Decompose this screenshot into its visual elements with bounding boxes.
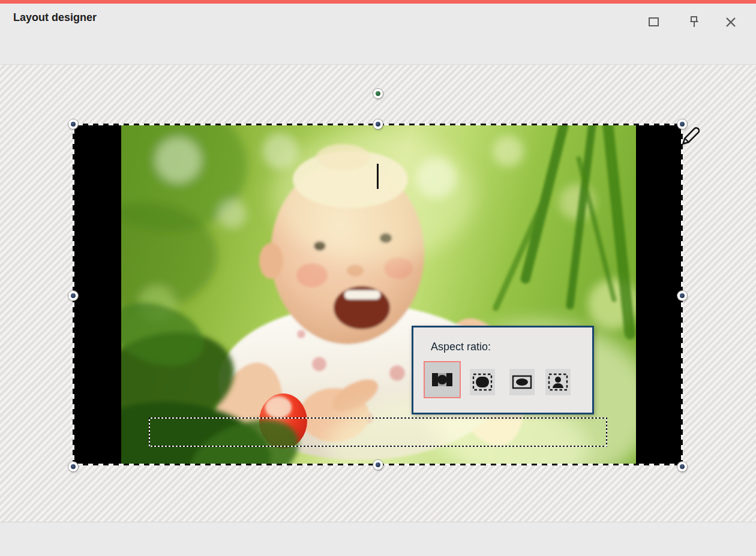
layout-canvas[interactable]: Aspect ratio: (0, 65, 756, 522)
resize-handle-bottom-right[interactable] (677, 462, 687, 471)
resize-handle-mid-left[interactable] (68, 291, 78, 300)
toolbar: Time mark: s (0, 31, 756, 65)
layout-designer-window: Layout designer (0, 0, 756, 556)
resize-handle-bottom-center[interactable] (373, 460, 383, 470)
playback-bar: 00:00.000 − + (0, 522, 756, 556)
aspect-rounded-mask-button[interactable] (470, 369, 495, 395)
close-icon (725, 16, 737, 28)
aspect-portrait-mask-button[interactable] (545, 369, 571, 395)
titlebar[interactable]: Layout designer (0, 4, 756, 31)
close-button[interactable] (725, 16, 737, 28)
aspect-portrait-mask-icon (547, 371, 569, 393)
dotted-border (149, 417, 607, 419)
pin-button[interactable] (688, 15, 701, 29)
resize-handle-bottom-left[interactable] (68, 462, 78, 471)
aspect-rounded-mask-icon (471, 371, 494, 393)
text-placeholder-rect[interactable] (149, 417, 607, 447)
maximize-icon (648, 16, 659, 28)
dotted-border (606, 417, 607, 447)
resize-handle-top-left[interactable] (68, 119, 78, 129)
resize-handle-mid-right[interactable] (677, 291, 687, 300)
brush-cursor-icon (678, 124, 702, 148)
aspect-letterbox-icon (430, 368, 454, 392)
pushpin-icon (688, 15, 701, 29)
maximize-button[interactable] (648, 16, 659, 28)
aspect-ellipse-mask-icon (511, 371, 533, 393)
aspect-ratio-label: Aspect ratio: (431, 341, 491, 353)
resize-handle-top-center[interactable] (373, 119, 383, 129)
rotation-handle-line (377, 164, 379, 189)
window-title: Layout designer (13, 11, 97, 24)
dotted-border (149, 417, 150, 447)
aspect-ellipse-mask-button[interactable] (509, 369, 535, 395)
aspect-ratio-popup: Aspect ratio: (412, 326, 594, 414)
rotation-handle[interactable] (373, 89, 383, 98)
aspect-letterbox-button[interactable] (424, 361, 461, 398)
dotted-border (149, 446, 607, 447)
